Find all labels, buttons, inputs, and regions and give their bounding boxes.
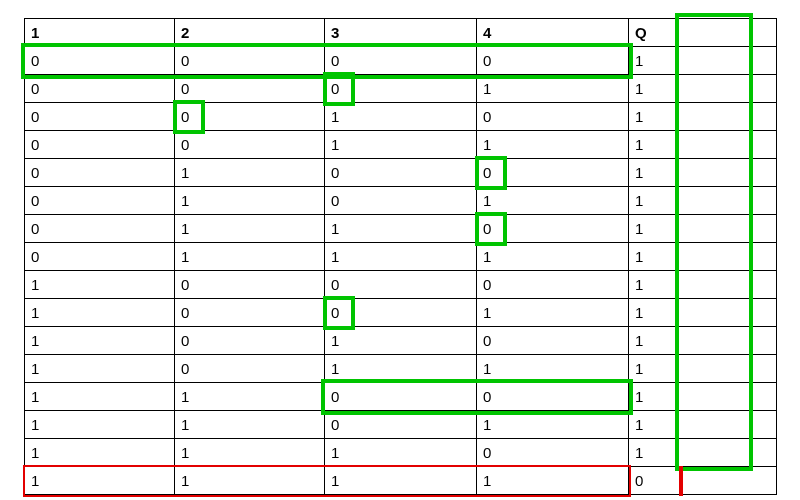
cell-c1: 1 xyxy=(25,299,175,327)
table-row: 10111 xyxy=(25,355,777,383)
cell-c1: 1 xyxy=(25,383,175,411)
table-row: 10101 xyxy=(25,327,777,355)
cell-c2: 0 xyxy=(175,103,325,131)
cell-c4: 1 xyxy=(477,75,629,103)
cell-c4: 0 xyxy=(477,215,629,243)
cell-cq: 0 xyxy=(629,467,777,495)
cell-cq: 1 xyxy=(629,103,777,131)
cell-c2: 1 xyxy=(175,411,325,439)
table-row: 01011 xyxy=(25,187,777,215)
header-col-2: 2 xyxy=(175,19,325,47)
cell-c1: 1 xyxy=(25,271,175,299)
cell-c4: 1 xyxy=(477,355,629,383)
cell-c4: 0 xyxy=(477,103,629,131)
cell-c3: 1 xyxy=(325,355,477,383)
table-row: 01101 xyxy=(25,215,777,243)
cell-c4: 1 xyxy=(477,467,629,495)
cell-c3: 1 xyxy=(325,243,477,271)
cell-c2: 1 xyxy=(175,187,325,215)
cell-cq: 1 xyxy=(629,243,777,271)
cell-c1: 0 xyxy=(25,131,175,159)
cell-c3: 1 xyxy=(325,327,477,355)
table-row: 00001 xyxy=(25,47,777,75)
cell-cq: 1 xyxy=(629,75,777,103)
cell-c4: 0 xyxy=(477,383,629,411)
cell-c2: 0 xyxy=(175,271,325,299)
cell-c3: 0 xyxy=(325,411,477,439)
cell-c1: 0 xyxy=(25,243,175,271)
cell-cq: 1 xyxy=(629,47,777,75)
cell-c3: 0 xyxy=(325,383,477,411)
cell-c1: 0 xyxy=(25,215,175,243)
cell-c2: 1 xyxy=(175,215,325,243)
cell-c4: 0 xyxy=(477,271,629,299)
table-row: 01001 xyxy=(25,159,777,187)
cell-c3: 1 xyxy=(325,439,477,467)
cell-c4: 1 xyxy=(477,187,629,215)
table-row: 11011 xyxy=(25,411,777,439)
cell-c1: 1 xyxy=(25,439,175,467)
table-row: 01111 xyxy=(25,243,777,271)
cell-cq: 1 xyxy=(629,187,777,215)
header-row: 1 2 3 4 Q xyxy=(25,19,777,47)
cell-c3: 1 xyxy=(325,215,477,243)
cell-c1: 0 xyxy=(25,159,175,187)
cell-c1: 1 xyxy=(25,355,175,383)
cell-c4: 0 xyxy=(477,439,629,467)
cell-cq: 1 xyxy=(629,271,777,299)
table-row: 00101 xyxy=(25,103,777,131)
cell-cq: 1 xyxy=(629,411,777,439)
cell-c1: 0 xyxy=(25,187,175,215)
table-row: 11101 xyxy=(25,439,777,467)
cell-c1: 1 xyxy=(25,327,175,355)
cell-c3: 0 xyxy=(325,271,477,299)
cell-cq: 1 xyxy=(629,299,777,327)
cell-c3: 1 xyxy=(325,103,477,131)
cell-c2: 1 xyxy=(175,383,325,411)
cell-c1: 1 xyxy=(25,467,175,495)
cell-c2: 1 xyxy=(175,159,325,187)
cell-cq: 1 xyxy=(629,215,777,243)
table-row: 10001 xyxy=(25,271,777,299)
cell-c4: 0 xyxy=(477,327,629,355)
table-row: 00111 xyxy=(25,131,777,159)
cell-c3: 0 xyxy=(325,299,477,327)
cell-c3: 1 xyxy=(325,467,477,495)
cell-cq: 1 xyxy=(629,131,777,159)
cell-c2: 0 xyxy=(175,47,325,75)
cell-c1: 0 xyxy=(25,47,175,75)
table-row: 11001 xyxy=(25,383,777,411)
cell-c2: 1 xyxy=(175,467,325,495)
cell-c4: 1 xyxy=(477,131,629,159)
cell-c4: 0 xyxy=(477,47,629,75)
header-col-3: 3 xyxy=(325,19,477,47)
cell-c2: 1 xyxy=(175,243,325,271)
cell-c4: 0 xyxy=(477,159,629,187)
cell-c3: 0 xyxy=(325,187,477,215)
cell-c2: 0 xyxy=(175,75,325,103)
table-row: 11110 xyxy=(25,467,777,495)
cell-c2: 0 xyxy=(175,327,325,355)
cell-cq: 1 xyxy=(629,159,777,187)
cell-cq: 1 xyxy=(629,383,777,411)
cell-c3: 0 xyxy=(325,159,477,187)
header-col-4: 4 xyxy=(477,19,629,47)
cell-c2: 0 xyxy=(175,299,325,327)
cell-c4: 1 xyxy=(477,411,629,439)
cell-cq: 1 xyxy=(629,439,777,467)
cell-c1: 1 xyxy=(25,411,175,439)
table-row: 00011 xyxy=(25,75,777,103)
cell-c2: 0 xyxy=(175,131,325,159)
cell-c2: 1 xyxy=(175,439,325,467)
cell-c1: 0 xyxy=(25,75,175,103)
cell-c3: 0 xyxy=(325,47,477,75)
cell-c1: 0 xyxy=(25,103,175,131)
cell-c2: 0 xyxy=(175,355,325,383)
cell-c4: 1 xyxy=(477,299,629,327)
cell-c4: 1 xyxy=(477,243,629,271)
cell-cq: 1 xyxy=(629,327,777,355)
truth-table: 1 2 3 4 Q 000010001100101001110100101011… xyxy=(24,18,777,495)
header-col-1: 1 xyxy=(25,19,175,47)
table-row: 10011 xyxy=(25,299,777,327)
header-col-q: Q xyxy=(629,19,777,47)
